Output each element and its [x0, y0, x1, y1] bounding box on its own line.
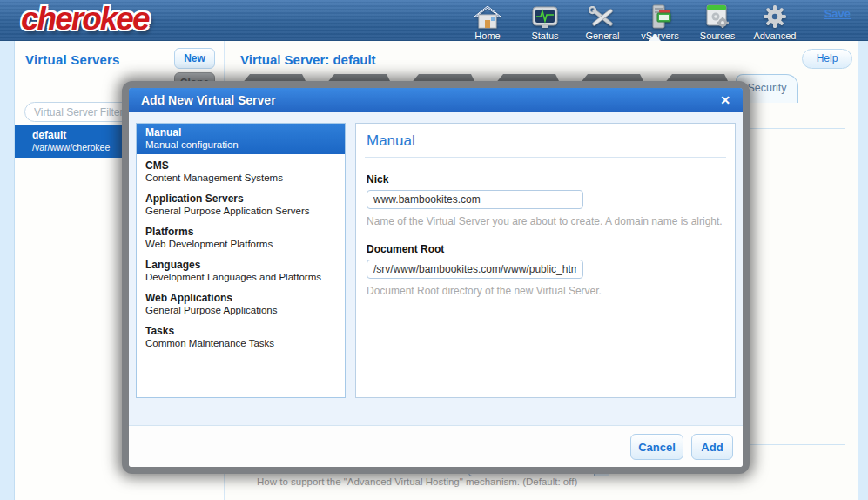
menu-item-title: Manual	[145, 126, 336, 139]
menu-item-tasks[interactable]: Tasks Common Maintenance Tasks	[137, 322, 345, 353]
cancel-button[interactable]: Cancel	[630, 434, 683, 460]
nav-item-status[interactable]: Status	[521, 4, 569, 41]
menu-item-subtitle: Manual configuration	[145, 139, 336, 151]
menu-item-web-applications[interactable]: Web Applications General Purpose Applica…	[137, 289, 345, 320]
sources-icon	[704, 4, 730, 29]
nav-label: Sources	[700, 30, 735, 41]
menu-item-languages[interactable]: Languages Development Languages and Plat…	[137, 256, 345, 287]
menu-item-subtitle: Web Development Platforms	[145, 238, 336, 250]
close-icon[interactable]: ✕	[720, 88, 730, 112]
nav-item-sources[interactable]: Sources	[693, 4, 742, 41]
menu-item-title: Languages	[145, 259, 336, 271]
add-new-vserver-dialog: Add New Virtual Server ✕ Manual Manual c…	[122, 81, 750, 474]
nav-label: Advanced	[754, 30, 797, 41]
cherokee-logo: cherokee	[21, 1, 149, 37]
top-header-bar: cherokee Home Stat	[0, 0, 868, 41]
nav-item-home[interactable]: Home	[463, 4, 512, 41]
menu-item-title: Platforms	[145, 226, 336, 238]
add-button[interactable]: Add	[691, 434, 733, 460]
menu-item-platforms[interactable]: Platforms Web Development Platforms	[137, 223, 345, 253]
menu-item-manual[interactable]: Manual Manual configuration	[137, 124, 345, 154]
section-divider	[747, 128, 845, 129]
nick-field-group: Nick Name of the Virtual Server you are …	[367, 173, 726, 227]
home-icon	[474, 4, 501, 29]
right-edge-strip	[858, 41, 868, 500]
current-section-pointer	[649, 34, 661, 41]
page-title: Virtual Server: default	[240, 52, 376, 67]
menu-item-title: Application Servers	[145, 193, 336, 205]
section-divider	[747, 444, 845, 445]
menu-item-application-servers[interactable]: Application Servers General Purpose Appl…	[137, 190, 345, 220]
menu-item-cms[interactable]: CMS Content Management Systems	[137, 157, 345, 187]
method-help-text: How to support the "Advanced Virtual Hos…	[257, 476, 577, 487]
nick-input[interactable]	[367, 190, 583, 209]
menu-item-subtitle: General Purpose Application Servers	[145, 205, 336, 217]
advanced-icon	[762, 4, 788, 29]
menu-item-subtitle: Development Languages and Platforms	[145, 271, 336, 283]
nick-label: Nick	[367, 173, 726, 186]
help-button[interactable]: Help	[802, 49, 852, 69]
dialog-titlebar[interactable]: Add New Virtual Server ✕	[129, 88, 743, 112]
wizard-category-menu: Manual Manual configuration CMS Content …	[136, 123, 346, 398]
panel-heading: Manual	[365, 131, 726, 158]
menu-item-subtitle: Content Management Systems	[145, 172, 336, 184]
dialog-footer: Cancel Add	[129, 425, 743, 467]
status-icon	[532, 4, 558, 29]
docroot-input[interactable]	[367, 260, 583, 279]
new-vserver-button[interactable]: New	[174, 48, 215, 69]
dialog-title: Add New Virtual Server	[129, 88, 743, 112]
left-edge-strip	[0, 41, 15, 500]
main-nav: Home Status General	[463, 4, 799, 41]
menu-item-title: Web Applications	[145, 292, 336, 304]
nick-help-text: Name of the Virtual Server you are about…	[367, 215, 726, 227]
nav-label: Status	[531, 30, 558, 41]
manual-config-panel: Manual Nick Name of the Virtual Server y…	[355, 123, 736, 398]
nav-label: General	[585, 30, 619, 41]
save-link[interactable]: Save	[824, 7, 851, 20]
nav-item-general[interactable]: General	[578, 4, 627, 41]
docroot-field-group: Document Root Document Root directory of…	[367, 243, 726, 297]
vservers-icon	[647, 4, 673, 29]
menu-item-subtitle: Common Maintenance Tasks	[145, 337, 336, 349]
menu-item-title: CMS	[145, 159, 336, 172]
menu-item-subtitle: General Purpose Applications	[145, 304, 336, 316]
docroot-label: Document Root	[367, 243, 726, 255]
general-icon	[589, 4, 616, 29]
sidebar-title: Virtual Servers	[25, 52, 120, 67]
menu-item-title: Tasks	[145, 325, 336, 337]
docroot-help-text: Document Root directory of the new Virtu…	[367, 285, 726, 297]
nav-item-advanced[interactable]: Advanced	[750, 4, 799, 41]
nav-label: Home	[474, 30, 500, 41]
